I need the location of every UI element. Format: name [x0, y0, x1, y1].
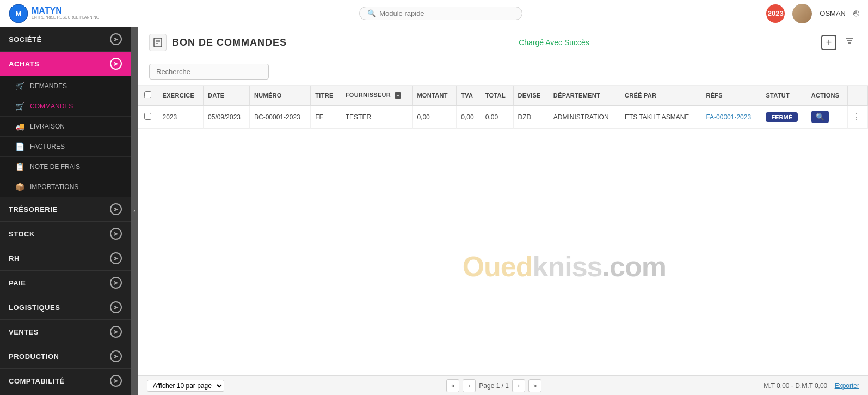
sidebar-label-societe: SOCIÉTÉ [9, 35, 42, 44]
row-search-button[interactable]: 🔍 [811, 111, 829, 123]
topbar-right: 2023 OSMAN ⎋ [766, 4, 859, 23]
col-exercice: EXERCICE [158, 86, 203, 105]
table-container: EXERCICE DATE NUMÉRO TITRE FOURNISSEUR −… [138, 86, 868, 375]
notification-count: 2023 [766, 4, 785, 23]
filter-button[interactable] [842, 35, 857, 50]
cell-titre: FF [311, 105, 341, 129]
cell-numero: BC-00001-2023 [250, 105, 311, 129]
col-actions: ACTIONS [807, 86, 848, 105]
svg-rect-2 [154, 38, 162, 47]
sidebar-item-ventes[interactable]: VENTES ➤ [0, 320, 131, 344]
sidebar-arrow-comptabilite: ➤ [110, 375, 122, 387]
sidebar-item-tresorerie[interactable]: TRÉSORERIE ➤ [0, 197, 131, 222]
submenu-item-demandes[interactable]: 🛒 DEMANDES [0, 76, 131, 96]
achats-submenu: 🛒 DEMANDES 🛒 COMMANDES 🚚 LIVRAISON 📄 FAC… [0, 76, 131, 197]
demandes-icon: 🛒 [15, 82, 24, 90]
submenu-item-note-de-frais[interactable]: 📋 NOTE DE FRAIS [0, 157, 131, 177]
sidebar-item-achats[interactable]: ACHATS ➤ [0, 52, 131, 76]
table-row: 2023 05/09/2023 BC-00001-2023 FF TESTER … [138, 105, 868, 129]
cell-departement: ADMINISTRATION [549, 105, 620, 129]
search-box[interactable]: 🔍 [359, 7, 522, 20]
submenu-label-livraison: LIVRAISON [30, 123, 65, 130]
cell-statut: FERMÉ [761, 105, 807, 129]
footer-display: Afficher 10 par page Afficher 25 par pag… [147, 380, 224, 392]
sidebar-arrow-logistiques: ➤ [110, 301, 122, 313]
cell-cree-par: ETS TAKILT ASMANE [620, 105, 701, 129]
username-label: OSMAN [820, 9, 846, 17]
sidebar-item-production[interactable]: PRODUCTION ➤ [0, 344, 131, 369]
sidebar-collapse-handle[interactable]: ‹ [131, 27, 138, 395]
submenu-item-commandes[interactable]: 🛒 COMMANDES [0, 96, 131, 117]
display-per-page-select[interactable]: Afficher 10 par page Afficher 25 par pag… [147, 380, 224, 392]
first-page-button[interactable]: « [446, 379, 459, 392]
select-all-checkbox[interactable] [144, 91, 151, 98]
app-name: MATYN [32, 7, 99, 15]
submenu-label-note-de-frais: NOTE DE FRAIS [30, 163, 80, 171]
next-page-button[interactable]: › [512, 379, 525, 392]
page-info: Page 1 / 1 [479, 382, 509, 390]
page-icon [149, 34, 167, 51]
sidebar-arrow-achats: ➤ [110, 58, 122, 70]
submenu-label-factures: FACTURES [30, 143, 65, 150]
sidebar-label-comptabilite: COMPTABILITÉ [9, 377, 65, 385]
sidebar: SOCIÉTÉ ➤ ACHATS ➤ 🛒 DEMANDES 🛒 COMMANDE… [0, 27, 131, 395]
success-message: Chargé Avec Succès [519, 38, 589, 47]
cell-montant: 0,00 [413, 105, 457, 129]
sidebar-arrow-rh: ➤ [110, 252, 122, 264]
table-search-area [138, 58, 868, 86]
sidebar-item-stock[interactable]: STOCK ➤ [0, 222, 131, 246]
sidebar-item-logistiques[interactable]: LOGISTIQUES ➤ [0, 295, 131, 320]
sidebar-item-paie[interactable]: PAIE ➤ [0, 271, 131, 295]
totals-value: M.T 0,00 - D.M.T 0,00 [764, 382, 827, 390]
main-layout: SOCIÉTÉ ➤ ACHATS ➤ 🛒 DEMANDES 🛒 COMMANDE… [0, 27, 868, 395]
collapse-fournisseur-btn[interactable]: − [395, 92, 401, 99]
prev-page-button[interactable]: ‹ [463, 379, 476, 392]
cell-date: 05/09/2023 [203, 105, 249, 129]
submenu-item-importations[interactable]: 📦 IMPORTATIONS [0, 177, 131, 197]
cell-more: ⋮ [848, 105, 868, 129]
cell-total: 0,00 [481, 105, 513, 129]
search-area: 🔍 [115, 7, 766, 20]
last-page-button[interactable]: » [528, 379, 541, 392]
sidebar-item-comptabilite[interactable]: COMPTABILITÉ ➤ [0, 369, 131, 393]
sidebar-arrow-stock: ➤ [110, 228, 122, 240]
col-departement: DÉPARTEMENT [549, 86, 620, 105]
submenu-label-importations: IMPORTATIONS [30, 183, 78, 191]
submenu-item-factures[interactable]: 📄 FACTURES [0, 137, 131, 157]
footer-totals: M.T 0,00 - D.M.T 0,00 Exporter [764, 382, 859, 390]
sidebar-item-rh[interactable]: RH ➤ [0, 246, 131, 271]
col-tva: TVA [457, 86, 481, 105]
submenu-item-livraison[interactable]: 🚚 LIVRAISON [0, 117, 131, 137]
search-input[interactable] [379, 9, 514, 17]
submenu-label-commandes: COMMANDES [30, 102, 73, 110]
sidebar-item-societe[interactable]: SOCIÉTÉ ➤ [0, 27, 131, 52]
factures-icon: 📄 [15, 142, 24, 151]
notification-bell[interactable]: 2023 [766, 4, 785, 23]
bon-commandes-icon [152, 37, 163, 48]
search-icon: 🔍 [367, 9, 376, 17]
table-body: 2023 05/09/2023 BC-00001-2023 FF TESTER … [138, 105, 868, 129]
table-header: EXERCICE DATE NUMÉRO TITRE FOURNISSEUR −… [138, 86, 868, 105]
logout-icon[interactable]: ⎋ [853, 8, 859, 19]
submenu-label-demandes: DEMANDES [30, 82, 67, 90]
cell-tva: 0,00 [457, 105, 481, 129]
export-label[interactable]: Exporter [835, 382, 859, 390]
col-refs: RÉFS [701, 86, 761, 105]
col-titre: TITRE [311, 86, 341, 105]
row-more-button[interactable]: ⋮ [852, 112, 861, 121]
sidebar-arrow-tresorerie: ➤ [110, 203, 122, 215]
avatar [792, 4, 812, 23]
logo: M MATYN ENTREPRISE RESOURCE PLANNING [9, 4, 99, 23]
sidebar-arrow-societe: ➤ [110, 33, 122, 45]
topbar: M MATYN ENTREPRISE RESOURCE PLANNING 🔍 2… [0, 0, 868, 27]
table-search-input[interactable] [149, 64, 269, 80]
page-title: BON DE COMMANDES [172, 37, 287, 48]
col-numero: NUMÉRO [250, 86, 311, 105]
row-checkbox[interactable] [144, 113, 151, 120]
sidebar-arrow-paie: ➤ [110, 277, 122, 289]
logo-icon: M [9, 4, 28, 23]
col-montant: MONTANT [413, 86, 457, 105]
sidebar-label-rh: RH [9, 254, 20, 263]
add-button[interactable]: + [821, 35, 836, 50]
refs-link[interactable]: FA-00001-2023 [706, 113, 751, 121]
